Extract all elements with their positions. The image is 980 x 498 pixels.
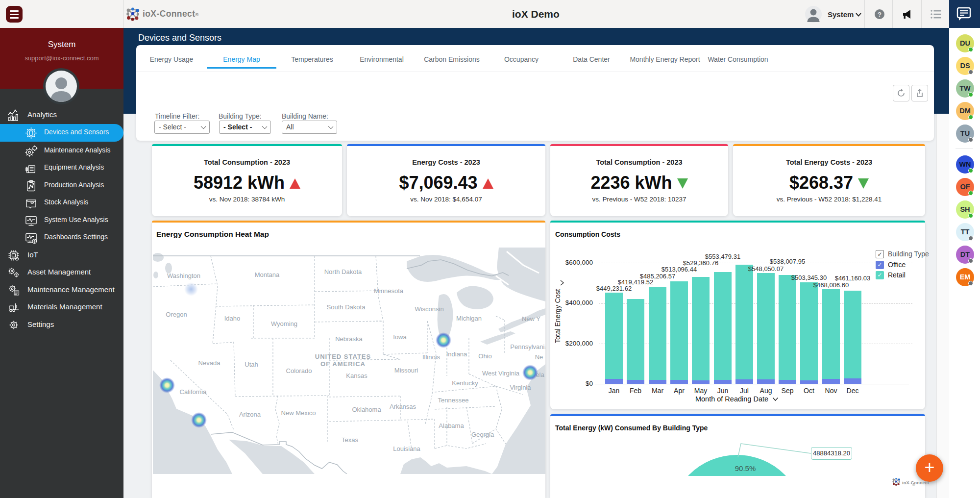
svg-text:Kansas: Kansas bbox=[346, 372, 368, 379]
svg-text:Oklahoma: Oklahoma bbox=[352, 406, 381, 413]
svg-text:New Mexico: New Mexico bbox=[281, 409, 316, 417]
svg-text:Nebraska: Nebraska bbox=[335, 335, 363, 343]
svg-text:Utah: Utah bbox=[245, 361, 258, 368]
svg-text:New Y: New Y bbox=[522, 315, 540, 323]
svg-text:Arkansas: Arkansas bbox=[390, 403, 416, 410]
svg-text:Minnesota: Minnesota bbox=[374, 287, 404, 295]
svg-text:Michigan: Michigan bbox=[456, 315, 482, 322]
svg-text:Washington: Washington bbox=[167, 272, 200, 279]
svg-text:Oregon: Oregon bbox=[166, 311, 187, 318]
svg-text:West Virginia: West Virginia bbox=[482, 370, 520, 377]
svg-text:Idaho: Idaho bbox=[224, 315, 241, 322]
svg-text:Iowa: Iowa bbox=[393, 333, 407, 341]
svg-text:Indiana: Indiana bbox=[446, 350, 467, 358]
svg-text:Colorado: Colorado bbox=[286, 367, 312, 374]
svg-text:Louisiana: Louisiana bbox=[393, 445, 420, 452]
svg-text:South Dakota: South Dakota bbox=[327, 303, 366, 311]
svg-text:Ohio: Ohio bbox=[478, 352, 491, 360]
svg-text:Illinois: Illinois bbox=[422, 353, 441, 361]
svg-text:Texas: Texas bbox=[342, 436, 358, 444]
svg-text:90.5%: 90.5% bbox=[735, 464, 756, 473]
svg-text:Georgia: Georgia bbox=[471, 431, 494, 438]
svg-text:Nevada: Nevada bbox=[198, 359, 221, 367]
svg-text:?: ? bbox=[878, 11, 882, 18]
svg-text:Kentucky: Kentucky bbox=[452, 379, 478, 387]
svg-text:Virginia: Virginia bbox=[510, 384, 531, 391]
svg-text:Alabama: Alabama bbox=[439, 422, 464, 429]
svg-text:UNITED STATES: UNITED STATES bbox=[315, 353, 371, 360]
svg-text:North Dakota: North Dakota bbox=[324, 268, 362, 275]
svg-text:OF AMERICA: OF AMERICA bbox=[320, 360, 366, 368]
svg-text:Missouri: Missouri bbox=[394, 367, 418, 374]
svg-text:Wyoming: Wyoming bbox=[271, 320, 297, 327]
svg-text:Wisconsin: Wisconsin bbox=[415, 305, 443, 313]
svg-text:Tennessee: Tennessee bbox=[438, 397, 469, 404]
svg-text:Arizona: Arizona bbox=[239, 411, 261, 418]
svg-text:California: California bbox=[180, 388, 207, 396]
svg-text:Ne: Ne bbox=[535, 353, 543, 361]
svg-text:Montana: Montana bbox=[255, 271, 280, 278]
svg-text:Pennsylvania: Pennsylvania bbox=[510, 343, 545, 350]
